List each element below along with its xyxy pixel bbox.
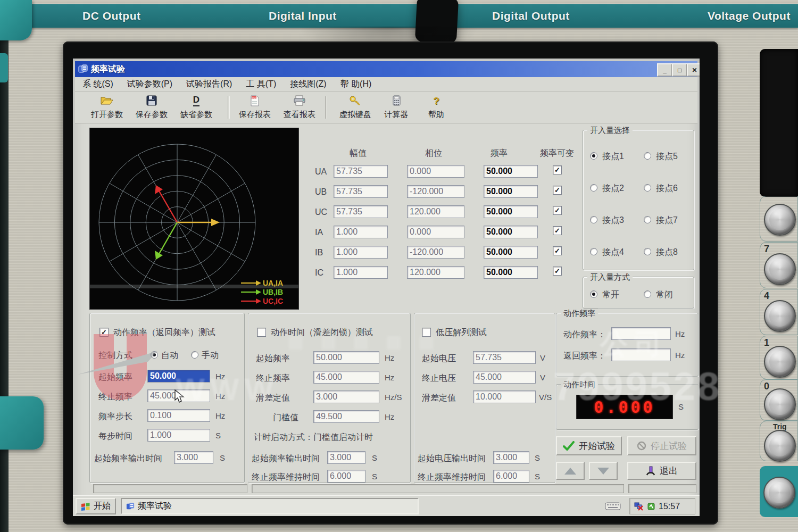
printer-icon [293, 95, 306, 106]
tt-end-freq-field[interactable]: 45.000 [313, 371, 379, 384]
vt-end-volt-field[interactable]: 45.000 [473, 371, 536, 384]
freq-test-checkbox[interactable]: ✓ [99, 328, 109, 337]
close-button[interactable]: ✕ [687, 63, 700, 77]
contact-7-radio[interactable] [644, 216, 651, 223]
hw-button-4[interactable] [764, 300, 796, 332]
menu-system[interactable]: 系 统(S) [82, 79, 113, 90]
hw-button-trig[interactable] [764, 430, 796, 462]
window-titlebar[interactable]: 频率试验 [75, 61, 697, 77]
menu-help[interactable]: 帮 助(H) [340, 79, 372, 90]
maximize-button[interactable]: □ [672, 63, 687, 77]
scroll-down-button[interactable] [589, 462, 618, 480]
action-freq-unit: Hz [675, 329, 685, 338]
ib-frequency-field[interactable]: 50.000 [484, 246, 538, 259]
tt-end-hold-time-field[interactable]: 6.000 [327, 470, 365, 483]
uc-frequency-field[interactable]: 50.000 [484, 205, 538, 218]
menu-test-report[interactable]: 试验报告(R) [186, 79, 232, 90]
toolbar-view-report[interactable]: 查看报表 [279, 94, 320, 121]
vt-slip-field[interactable]: 10.000 [473, 390, 536, 403]
hw-button-blank[interactable] [764, 204, 796, 236]
return-freq-field[interactable] [611, 348, 671, 361]
manual-radio[interactable] [191, 351, 198, 359]
contact-6-radio[interactable] [644, 184, 651, 192]
toolbar-label: 查看报表 [284, 110, 315, 120]
toolbar-open-params[interactable]: 打开参数 [86, 94, 128, 121]
toolbar-save-report[interactable]: DEL 保存报表 [234, 94, 276, 121]
toolbar-help[interactable]: ? 帮助 [421, 94, 452, 121]
vt-start-volt-field[interactable]: 57.735 [473, 351, 536, 364]
hw-button-0[interactable] [764, 388, 796, 420]
ua-phase-field[interactable]: 0.000 [407, 165, 464, 178]
contact-1-radio[interactable] [590, 152, 597, 160]
field-value: 6.000 [496, 471, 517, 481]
field-value: 120.000 [410, 207, 440, 217]
ub-frequency-field[interactable]: 50.000 [484, 185, 538, 198]
ia-phase-field[interactable]: 0.000 [407, 226, 464, 238]
hw-button-7[interactable] [764, 253, 796, 285]
ia-frequency-field[interactable]: 50.000 [484, 226, 538, 238]
toolbar-save-params[interactable]: 保存参数 [131, 94, 172, 121]
tt-start-freq-field[interactable]: 50.000 [313, 351, 379, 364]
toolbar-calculator[interactable]: 计算器 [379, 94, 413, 121]
ib-freq-variable-checkbox[interactable]: ✓ [553, 246, 562, 255]
uc-phase-field[interactable]: 120.000 [407, 205, 464, 218]
tt-slip-field[interactable]: 3.000 [313, 390, 379, 403]
hw-keycell-7: 7 [760, 242, 798, 288]
statusbar-segment-1 [93, 484, 247, 493]
hw-button-1[interactable] [764, 346, 796, 378]
ub-amplitude-field[interactable]: 57.735 [334, 185, 388, 198]
ia-amplitude-field[interactable]: 1.000 [334, 226, 388, 238]
start-test-button[interactable]: 开始试验 [556, 436, 622, 455]
network-offline-icon[interactable] [634, 502, 644, 511]
step-time-field[interactable]: 1.000 [147, 429, 210, 442]
contact-4-radio[interactable] [590, 248, 597, 255]
vt-end-hold-time-field[interactable]: 6.000 [493, 470, 529, 483]
vt-start-output-time-field[interactable]: 3.000 [493, 451, 529, 464]
uc-freq-variable-checkbox[interactable]: ✓ [553, 206, 562, 215]
keyboard-icon[interactable] [605, 501, 621, 511]
taskbar-task-freq-test[interactable]: 频率试验 [121, 498, 419, 514]
contact-3-radio[interactable] [590, 216, 597, 223]
exit-button[interactable]: 退出 [627, 462, 696, 480]
minimize-glyph: _ [663, 66, 667, 74]
contact-5-radio[interactable] [644, 152, 651, 160]
menu-test-params[interactable]: 试验参数(P) [127, 79, 172, 90]
ia-freq-variable-checkbox[interactable]: ✓ [553, 226, 562, 235]
start-freq-output-time-field[interactable]: 3.000 [174, 451, 213, 464]
toolbar-virtual-keyboard[interactable]: 虚拟键盘 [335, 94, 376, 121]
tt-start-output-time-field[interactable]: 3.000 [327, 451, 365, 464]
ua-freq-variable-checkbox[interactable]: ✓ [553, 165, 562, 174]
menu-tools[interactable]: 工 具(T) [246, 79, 276, 90]
ub-freq-variable-checkbox[interactable]: ✓ [553, 186, 562, 195]
ua-amplitude-field[interactable]: 57.735 [334, 165, 388, 178]
ib-amplitude-field[interactable]: 1.000 [334, 246, 388, 259]
stop-test-button[interactable]: 停止试验 [627, 436, 696, 455]
start-freq-field[interactable]: 50.000 [147, 370, 210, 383]
minimize-button[interactable]: _ [657, 63, 672, 77]
ub-phase-field[interactable]: -120.000 [407, 185, 464, 198]
contact-2-radio[interactable] [590, 184, 597, 192]
toolbar-default-params[interactable]: D 缺省参数 [176, 94, 217, 121]
uc-amplitude-field[interactable]: 57.735 [334, 205, 388, 218]
start-menu-button[interactable]: 开始 [76, 498, 116, 514]
normally-open-radio[interactable] [590, 290, 597, 298]
menu-wiring-diagram[interactable]: 接线图(Z) [290, 79, 326, 90]
ic-phase-field[interactable]: 120.000 [407, 266, 464, 279]
tt-threshold-field[interactable]: 49.500 [313, 410, 379, 423]
scroll-up-button[interactable] [556, 462, 585, 480]
freq-step-field[interactable]: 0.100 [147, 409, 210, 422]
input-method-icon[interactable] [647, 502, 655, 511]
ua-frequency-field[interactable]: 50.000 [484, 165, 538, 178]
time-test-checkbox[interactable] [257, 328, 266, 337]
ic-freq-variable-checkbox[interactable]: ✓ [553, 267, 562, 276]
ic-amplitude-field[interactable]: 1.000 [334, 266, 388, 279]
action-freq-field[interactable] [611, 327, 671, 340]
contact-8-radio[interactable] [644, 248, 651, 255]
ib-phase-field[interactable]: -120.000 [407, 246, 464, 259]
voltage-test-checkbox[interactable] [422, 328, 431, 337]
legend-ua-ia: UA,IA [263, 279, 283, 287]
ic-frequency-field[interactable]: 50.000 [484, 266, 538, 279]
auto-radio[interactable] [151, 351, 158, 359]
hw-button-teal[interactable] [763, 477, 795, 509]
normally-closed-radio[interactable] [644, 290, 651, 298]
